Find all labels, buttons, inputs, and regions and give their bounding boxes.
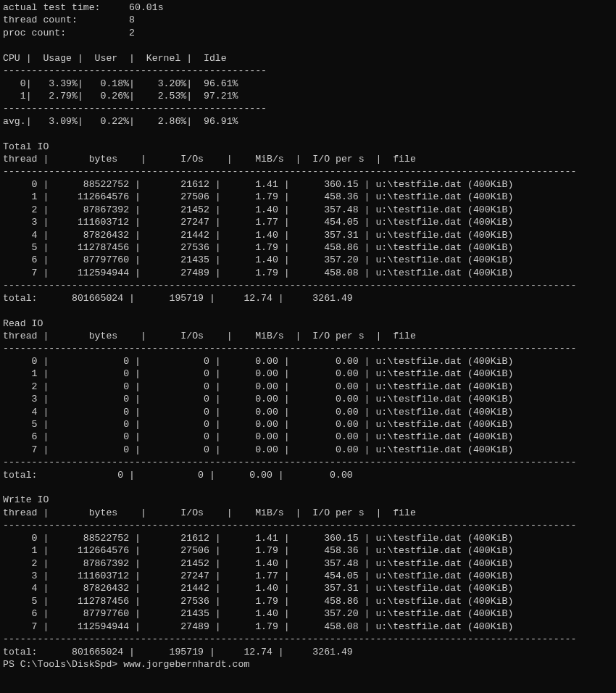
terminal-window[interactable]: actual test time: 60.01s thread count: 8…: [0, 0, 616, 672]
terminal-output: actual test time: 60.01s thread count: 8…: [0, 0, 616, 672]
